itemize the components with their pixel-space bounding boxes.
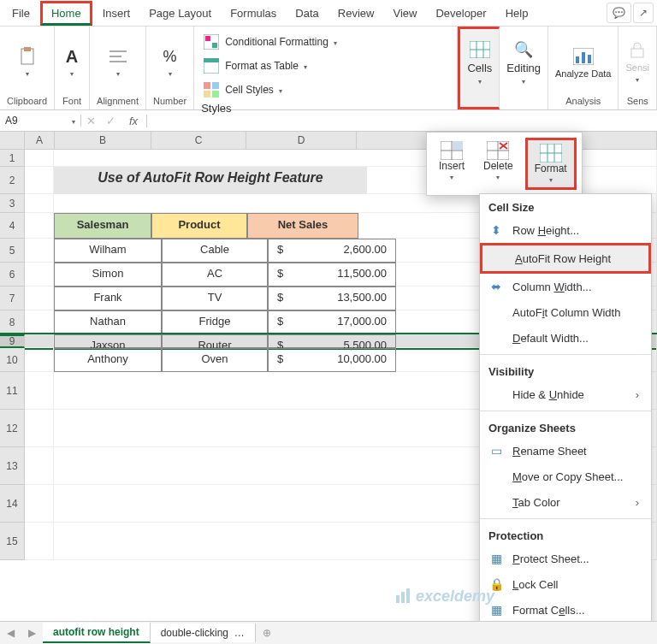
sensitivity-icon [627, 40, 648, 61]
rename-sheet-item[interactable]: ▭Rename Sheet [480, 438, 651, 464]
tab-developer[interactable]: Developer [427, 3, 494, 23]
paste-icon[interactable] [17, 46, 38, 67]
row-header[interactable]: 1 [0, 150, 25, 167]
group-font: A▾ Font [55, 27, 90, 109]
row-header[interactable]: 15 [0, 523, 25, 560]
row-header[interactable]: 14 [0, 485, 25, 523]
svg-rect-20 [582, 52, 585, 63]
tab-insert[interactable]: Insert [94, 3, 139, 23]
tab-formulas[interactable]: Formulas [222, 3, 285, 23]
font-icon[interactable]: A [62, 46, 82, 67]
lock-cell-item[interactable]: 🔒Lock Cell [480, 571, 651, 597]
tab-review[interactable]: Review [329, 3, 383, 23]
ribbon: ▾ Clipboard A▾ Font ▾ Alignment %▾ Numbe… [0, 27, 657, 110]
autofit-column-width-item[interactable]: AutoFit Column Width [480, 299, 651, 325]
comments-icon[interactable]: 💬 [607, 3, 631, 23]
row-header[interactable]: 13 [0, 447, 25, 485]
ribbon-tabs: File Home Insert Page Layout Formulas Da… [0, 0, 657, 27]
alignment-icon[interactable] [108, 46, 128, 67]
sheet-nav-next[interactable]: ▶ [21, 627, 43, 639]
tab-help[interactable]: Help [497, 3, 537, 23]
analyze-icon[interactable] [573, 46, 594, 67]
sheet-nav-prev[interactable]: ◀ [0, 627, 21, 639]
svg-rect-12 [204, 91, 210, 97]
row-header[interactable]: 12 [0, 410, 25, 447]
protect-icon: ▦ [488, 551, 504, 566]
select-all[interactable] [0, 132, 25, 149]
tab-home[interactable]: Home [40, 1, 92, 26]
svg-rect-37 [401, 592, 405, 603]
svg-rect-26 [453, 141, 463, 150]
row-header[interactable]: 4 [0, 213, 25, 239]
group-alignment: ▾ Alignment [90, 27, 146, 109]
col-width-icon: ⬌ [488, 279, 504, 294]
cells-icon [470, 39, 490, 60]
section-protection: Protection [480, 523, 651, 546]
fx-icon[interactable]: fx [121, 115, 147, 127]
column-width-item[interactable]: ⬌Column Width... [480, 274, 651, 299]
conditional-formatting-button[interactable]: Conditional Formatting▾ [201, 30, 450, 54]
tab-file[interactable]: File [3, 3, 38, 23]
row-header[interactable]: 3 [0, 194, 25, 213]
row-height-icon: ⬍ [488, 222, 504, 238]
svg-rect-13 [212, 91, 219, 97]
autofit-row-height-item[interactable]: AutoFit Row Height [480, 243, 651, 274]
default-width-item[interactable]: Default Width... [480, 325, 651, 351]
svg-rect-1 [24, 47, 31, 51]
cell-styles-button[interactable]: Cell Styles▾ [201, 78, 450, 102]
group-styles: Conditional Formatting▾ Format as Table▾… [194, 27, 458, 109]
protect-sheet-item[interactable]: ▦Protect Sheet... [480, 546, 651, 571]
find-icon[interactable]: 🔍 [513, 39, 534, 60]
row-header[interactable]: 10 [0, 348, 25, 372]
col-A[interactable]: A [25, 132, 55, 149]
col-D[interactable]: D [246, 132, 357, 149]
group-number: %▾ Number [146, 27, 194, 109]
cells-button[interactable]: Cells▾ [458, 27, 500, 109]
row-header[interactable]: 9 [0, 334, 25, 348]
group-analysis: Analyze Data Analysis [548, 27, 619, 109]
svg-rect-10 [204, 82, 210, 89]
cell-styles-icon [201, 80, 222, 100]
col-C[interactable]: C [151, 132, 246, 149]
confirm-icon: ✓ [101, 115, 121, 127]
new-sheet-button[interactable]: ⊕ [256, 627, 278, 639]
tab-page-layout[interactable]: Page Layout [140, 3, 220, 23]
row-header[interactable]: 8 [0, 310, 25, 334]
sheet-tab-active[interactable]: autofit row height [43, 623, 151, 643]
sheet-title: Use of AutoFit Row Height Feature [54, 167, 367, 194]
row-header[interactable]: 2 [0, 167, 25, 194]
tab-view[interactable]: View [384, 3, 425, 23]
svg-rect-9 [204, 58, 219, 62]
group-clipboard: ▾ Clipboard [0, 27, 55, 109]
row-header[interactable]: 7 [0, 287, 25, 310]
row-height-item[interactable]: ⬍Row Height... [480, 217, 651, 243]
svg-rect-21 [588, 55, 591, 63]
svg-rect-22 [631, 49, 643, 57]
section-organize: Organize Sheets [480, 415, 651, 438]
move-copy-item[interactable]: Move or Copy Sheet... [480, 464, 651, 489]
format-button[interactable]: Format▾ [525, 138, 577, 190]
delete-button[interactable]: Delete▾ [476, 138, 520, 190]
format-as-table-button[interactable]: Format as Table▾ [201, 54, 450, 78]
cancel-icon: ✕ [81, 115, 101, 127]
share-icon[interactable]: ↗ [633, 3, 654, 23]
row-header[interactable]: 11 [0, 372, 25, 410]
name-box[interactable]: A9▾ [0, 115, 81, 127]
svg-rect-7 [212, 43, 217, 48]
cells-dropdown: Insert▾ Delete▾ Format▾ [426, 132, 583, 196]
format-cells-item[interactable]: ▦Format Cells... [480, 597, 651, 623]
number-icon[interactable]: % [160, 46, 181, 67]
tab-color-item[interactable]: Tab Color› [480, 489, 651, 515]
col-B[interactable]: B [55, 132, 151, 149]
group-editing: 🔍Editing▾ [500, 27, 548, 109]
tab-data[interactable]: Data [287, 3, 327, 23]
svg-rect-38 [406, 588, 410, 603]
hide-unhide-item[interactable]: Hide & Unhide› [480, 381, 651, 407]
insert-button[interactable]: Insert▾ [432, 138, 471, 190]
rename-icon: ▭ [488, 443, 504, 458]
format-menu: Cell Size ⬍Row Height... AutoFit Row Hei… [479, 193, 652, 629]
lock-icon: 🔒 [488, 576, 504, 592]
sheet-tab-other[interactable]: double-clicking … [151, 623, 256, 642]
row-header[interactable]: 6 [0, 263, 25, 287]
row-header[interactable]: 5 [0, 239, 25, 263]
